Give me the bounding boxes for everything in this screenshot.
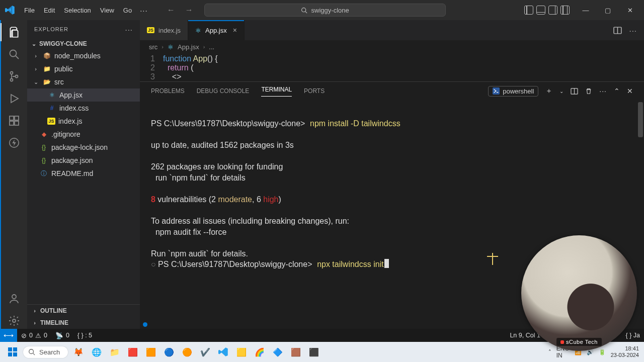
terminal-shell-selector[interactable]: powershell	[488, 86, 538, 97]
source-control-activity-icon[interactable]	[6, 68, 22, 84]
window-close[interactable]: ✕	[619, 3, 641, 18]
explorer-more-icon[interactable]: ···	[125, 25, 133, 34]
terminal-dropdown-icon[interactable]: ⌄	[559, 88, 564, 94]
taskbar-vscode[interactable]	[216, 344, 231, 359]
remote-indicator[interactable]: ⟷	[0, 329, 17, 342]
search-icon	[301, 7, 307, 14]
explorer-title: EXPLORER	[34, 26, 68, 32]
new-terminal-icon[interactable]: ＋	[545, 86, 552, 96]
panel-more-icon[interactable]: ···	[599, 87, 607, 95]
tray-chevron-icon[interactable]: ˄	[548, 349, 551, 355]
taskbar-edge[interactable]: 🔷	[270, 344, 285, 359]
close-tab-icon[interactable]: ×	[233, 26, 237, 34]
nav-forward-icon[interactable]: →	[182, 5, 196, 16]
run-debug-activity-icon[interactable]	[6, 90, 22, 107]
maximize-panel-icon[interactable]: ⌃	[614, 87, 620, 95]
file-tree-item[interactable]: ›📦node_modules	[27, 49, 140, 62]
menu-edit[interactable]: Edit	[40, 5, 59, 16]
taskbar-search[interactable]: Search	[23, 346, 68, 358]
settings-activity-icon[interactable]	[6, 313, 22, 329]
file-tree-item[interactable]: ◆.gitignore	[27, 128, 140, 141]
command-center-search[interactable]: swiggy-clone	[204, 4, 446, 17]
file-tree-item[interactable]: #index.css	[27, 102, 140, 115]
customize-layout-icon[interactable]	[560, 6, 570, 15]
status-language[interactable]: { } Ja	[622, 332, 645, 339]
tray-battery-icon[interactable]: 🔋	[599, 349, 606, 355]
thunder-activity-icon[interactable]	[6, 135, 22, 151]
close-panel-icon[interactable]: ✕	[627, 87, 633, 95]
outline-section[interactable]: ›OUTLINE	[27, 305, 140, 317]
status-ports[interactable]: 📡0	[51, 332, 73, 339]
taskbar-app-3[interactable]: 📁	[107, 344, 122, 359]
search-activity-icon[interactable]	[6, 46, 22, 62]
file-tree-item[interactable]: JSindex.js	[27, 115, 140, 128]
menu-go[interactable]: Go	[119, 5, 136, 16]
file-tree-item[interactable]: ⓘREADME.md	[27, 167, 140, 180]
start-button[interactable]	[5, 344, 20, 359]
svg-line-1	[305, 11, 307, 13]
toggle-panel-icon[interactable]	[536, 6, 545, 15]
window-minimize[interactable]: —	[575, 3, 597, 18]
svg-rect-22	[13, 352, 17, 356]
webcam-overlay: sCube Tech	[521, 235, 637, 351]
split-terminal-icon[interactable]	[571, 87, 578, 95]
svg-line-24	[33, 353, 35, 355]
status-problems[interactable]: ⊘0 ⚠0	[17, 332, 51, 339]
taskbar-terminal[interactable]: ⬛	[306, 344, 321, 359]
panel-tab-debug-console[interactable]: DEBUG CONSOLE	[197, 87, 250, 95]
tray-clock[interactable]: 18:41 23-03-2024	[611, 345, 639, 358]
menu-view[interactable]: View	[96, 5, 118, 16]
code-editor[interactable]: 1function App() {2 return (3 <>	[140, 53, 644, 81]
nav-back-icon[interactable]: ←	[164, 5, 178, 16]
powershell-icon	[493, 87, 500, 95]
taskbar-app-5[interactable]: 🟧	[143, 344, 158, 359]
svg-line-3	[16, 56, 19, 59]
file-tree-item[interactable]: ›📁public	[27, 62, 140, 75]
svg-rect-9	[15, 121, 19, 125]
explorer-activity-icon[interactable]	[6, 24, 22, 40]
editor-more-icon[interactable]: ···	[629, 26, 637, 35]
menu-file[interactable]: File	[20, 5, 39, 16]
panel-tab-terminal[interactable]: TERMINAL	[261, 86, 292, 97]
toggle-primary-sidebar-icon[interactable]	[524, 6, 533, 15]
extensions-activity-icon[interactable]	[6, 113, 22, 129]
svg-point-5	[11, 79, 13, 81]
file-tree: ›📦node_modules›📁public⌄📂src⚛App.jsx#inde…	[27, 49, 140, 304]
taskbar-app-7[interactable]: 🟠	[180, 344, 195, 359]
breadcrumbs[interactable]: src› ⚛App.jsx› ...	[140, 40, 644, 53]
split-editor-icon[interactable]	[613, 26, 622, 35]
status-braces[interactable]: { } : 5	[73, 332, 96, 339]
svg-point-13	[13, 319, 16, 322]
project-section-header[interactable]: ⌄ SWIGGY-CLONE	[27, 38, 140, 49]
taskbar-chrome[interactable]: 🌈	[252, 344, 267, 359]
file-tree-item[interactable]: ⚛App.jsx	[27, 88, 140, 102]
svg-rect-10	[15, 116, 19, 120]
activity-bar	[0, 20, 27, 329]
accounts-activity-icon[interactable]	[6, 291, 22, 307]
taskbar-app-4[interactable]: 🟥	[125, 344, 140, 359]
file-tree-item[interactable]: {}package.json	[27, 154, 140, 167]
menu-selection[interactable]: Selection	[60, 5, 95, 16]
taskbar-app-9[interactable]: 🟨	[234, 344, 249, 359]
timeline-section[interactable]: ›TIMELINE	[27, 317, 140, 329]
editor-tab[interactable]: JSindex.js	[140, 20, 188, 40]
taskbar-app-2[interactable]: 🌐	[89, 344, 104, 359]
panel-tab-problems[interactable]: PROBLEMS	[151, 87, 185, 95]
file-tree-item[interactable]: ⌄📂src	[27, 75, 140, 88]
svg-point-2	[10, 50, 17, 57]
panel-tab-ports[interactable]: PORTS	[304, 87, 325, 95]
svg-point-12	[12, 295, 16, 299]
file-tree-item[interactable]: {}package-lock.json	[27, 141, 140, 154]
taskbar-app-8[interactable]: ✔️	[198, 344, 213, 359]
taskbar-app-1[interactable]: 🦊	[71, 344, 86, 359]
kill-terminal-icon[interactable]	[585, 87, 592, 95]
taskbar-app-10[interactable]: 🟫	[288, 344, 303, 359]
layout-controls	[524, 6, 570, 15]
menu-overflow[interactable]: ···	[136, 4, 152, 17]
editor-tab[interactable]: ⚛App.jsx×	[188, 20, 245, 40]
toggle-secondary-sidebar-icon[interactable]	[548, 6, 557, 15]
taskbar-app-6[interactable]: 🔵	[162, 344, 177, 359]
svg-point-6	[16, 75, 18, 78]
window-maximize[interactable]: ▢	[597, 3, 619, 18]
vscode-logo	[5, 5, 16, 16]
